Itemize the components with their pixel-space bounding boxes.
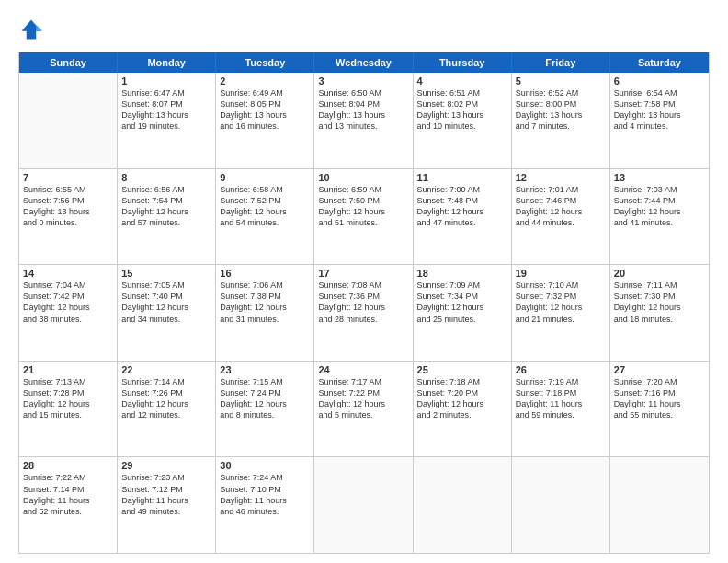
day-cell-8: 8Sunrise: 6:56 AMSunset: 7:54 PMDaylight… xyxy=(118,169,216,265)
day-cell-30: 30Sunrise: 7:24 AMSunset: 7:10 PMDayligh… xyxy=(216,457,314,553)
cell-line: Sunrise: 6:50 AM xyxy=(318,87,408,98)
day-cell-26: 26Sunrise: 7:19 AMSunset: 7:18 PMDayligh… xyxy=(512,362,610,457)
cell-line: Sunrise: 7:19 AM xyxy=(516,376,606,387)
cell-line: Sunset: 7:38 PM xyxy=(220,291,310,302)
day-number: 4 xyxy=(417,75,507,86)
cell-line: Sunrise: 6:56 AM xyxy=(121,184,211,195)
cell-line: Daylight: 13 hours xyxy=(417,109,507,121)
cell-line: Daylight: 11 hours xyxy=(516,398,606,409)
cell-line: and 19 minutes. xyxy=(121,121,211,132)
cell-line: Sunset: 7:48 PM xyxy=(417,195,507,206)
cell-line: and 25 minutes. xyxy=(417,314,507,325)
cell-line: Sunrise: 7:01 AM xyxy=(516,184,606,195)
cell-line: Sunset: 7:58 PM xyxy=(614,98,705,109)
cell-line: Sunset: 7:14 PM xyxy=(23,484,113,495)
logo-icon xyxy=(18,17,44,42)
cell-line: Sunrise: 7:04 AM xyxy=(23,280,113,291)
cell-line: and 4 minutes. xyxy=(614,121,705,132)
day-number: 2 xyxy=(220,75,310,86)
cell-line: and 2 minutes. xyxy=(417,409,507,420)
day-cell-13: 13Sunrise: 7:03 AMSunset: 7:44 PMDayligh… xyxy=(610,169,709,265)
cell-line: Sunrise: 7:05 AM xyxy=(121,280,211,291)
cell-line: Sunrise: 6:47 AM xyxy=(121,87,211,98)
cell-line: Sunset: 7:50 PM xyxy=(318,195,408,206)
day-number: 5 xyxy=(516,75,606,86)
weekday-header-tuesday: Tuesday xyxy=(216,52,314,73)
cell-line: Sunrise: 7:00 AM xyxy=(417,184,507,195)
cell-line: Sunset: 7:12 PM xyxy=(121,484,211,495)
cell-line: and 46 minutes. xyxy=(220,506,310,517)
cell-line: Sunrise: 7:03 AM xyxy=(614,184,705,195)
day-cell-28: 28Sunrise: 7:22 AMSunset: 7:14 PMDayligh… xyxy=(19,457,118,553)
day-number: 3 xyxy=(318,75,408,86)
day-number: 8 xyxy=(121,172,211,183)
day-number: 27 xyxy=(614,364,705,375)
weekday-header-friday: Friday xyxy=(512,52,610,73)
weekday-header-thursday: Thursday xyxy=(414,52,512,73)
day-number: 9 xyxy=(220,172,310,183)
day-number: 21 xyxy=(23,364,113,375)
cell-line: Sunset: 8:04 PM xyxy=(318,98,408,109)
cell-line: Sunset: 7:28 PM xyxy=(23,387,113,398)
cell-line: Sunset: 7:52 PM xyxy=(220,195,310,206)
cell-line: and 49 minutes. xyxy=(121,506,211,517)
cell-line: Sunset: 7:44 PM xyxy=(614,195,705,206)
cell-line: Sunrise: 7:06 AM xyxy=(220,280,310,291)
cell-line: Sunrise: 7:23 AM xyxy=(121,472,211,483)
day-cell-19: 19Sunrise: 7:10 AMSunset: 7:32 PMDayligh… xyxy=(512,265,610,361)
cell-line: Daylight: 12 hours xyxy=(318,398,408,409)
cell-line: Sunrise: 7:13 AM xyxy=(23,376,113,387)
day-number: 23 xyxy=(220,364,310,375)
day-cell-29: 29Sunrise: 7:23 AMSunset: 7:12 PMDayligh… xyxy=(118,457,216,553)
empty-cell xyxy=(414,457,512,553)
cell-line: and 7 minutes. xyxy=(516,121,606,132)
cell-line: Sunset: 7:30 PM xyxy=(614,291,705,302)
day-number: 1 xyxy=(121,75,211,86)
day-cell-14: 14Sunrise: 7:04 AMSunset: 7:42 PMDayligh… xyxy=(19,265,118,361)
cell-line: Sunrise: 7:22 AM xyxy=(23,472,113,483)
day-cell-1: 1Sunrise: 6:47 AMSunset: 8:07 PMDaylight… xyxy=(118,73,216,168)
day-cell-4: 4Sunrise: 6:51 AMSunset: 8:02 PMDaylight… xyxy=(414,73,512,168)
cell-line: Daylight: 11 hours xyxy=(23,495,113,506)
day-number: 12 xyxy=(516,172,606,183)
weekday-header-monday: Monday xyxy=(118,52,216,73)
cell-line: Sunrise: 7:24 AM xyxy=(220,472,310,483)
cell-line: Sunrise: 6:52 AM xyxy=(516,87,606,98)
calendar-body: 1Sunrise: 6:47 AMSunset: 8:07 PMDaylight… xyxy=(19,73,709,553)
cell-line: Sunrise: 7:15 AM xyxy=(220,376,310,387)
day-cell-11: 11Sunrise: 7:00 AMSunset: 7:48 PMDayligh… xyxy=(414,169,512,265)
cell-line: and 41 minutes. xyxy=(614,217,705,228)
cell-line: Sunset: 8:05 PM xyxy=(220,98,310,109)
cell-line: Daylight: 12 hours xyxy=(417,302,507,313)
cell-line: Sunrise: 7:20 AM xyxy=(614,376,705,387)
day-cell-7: 7Sunrise: 6:55 AMSunset: 7:56 PMDaylight… xyxy=(19,169,118,265)
cell-line: Sunset: 8:00 PM xyxy=(516,98,606,109)
cell-line: Daylight: 12 hours xyxy=(23,398,113,409)
cell-line: Sunset: 7:16 PM xyxy=(614,387,705,398)
day-number: 6 xyxy=(614,75,705,86)
cell-line: and 51 minutes. xyxy=(318,217,408,228)
cell-line: Daylight: 13 hours xyxy=(121,109,211,121)
empty-cell xyxy=(610,457,709,553)
day-cell-27: 27Sunrise: 7:20 AMSunset: 7:16 PMDayligh… xyxy=(610,362,709,457)
day-number: 24 xyxy=(318,364,408,375)
day-number: 28 xyxy=(23,460,113,471)
day-number: 10 xyxy=(318,172,408,183)
day-cell-12: 12Sunrise: 7:01 AMSunset: 7:46 PMDayligh… xyxy=(512,169,610,265)
cell-line: Daylight: 12 hours xyxy=(220,206,310,217)
cell-line: Sunset: 7:46 PM xyxy=(516,195,606,206)
cell-line: Daylight: 11 hours xyxy=(220,495,310,506)
cell-line: Daylight: 12 hours xyxy=(121,206,211,217)
cell-line: Sunrise: 6:58 AM xyxy=(220,184,310,195)
empty-cell xyxy=(314,457,413,553)
cell-line: Daylight: 13 hours xyxy=(23,206,113,217)
day-cell-23: 23Sunrise: 7:15 AMSunset: 7:24 PMDayligh… xyxy=(216,362,314,457)
cell-line: Daylight: 12 hours xyxy=(220,398,310,409)
cell-line: Sunrise: 6:59 AM xyxy=(318,184,408,195)
cell-line: and 44 minutes. xyxy=(516,217,606,228)
cell-line: and 16 minutes. xyxy=(220,121,310,132)
cell-line: Sunset: 7:20 PM xyxy=(417,387,507,398)
weekday-header-saturday: Saturday xyxy=(610,52,709,73)
cell-line: Sunset: 7:56 PM xyxy=(23,195,113,206)
cell-line: and 8 minutes. xyxy=(220,409,310,420)
